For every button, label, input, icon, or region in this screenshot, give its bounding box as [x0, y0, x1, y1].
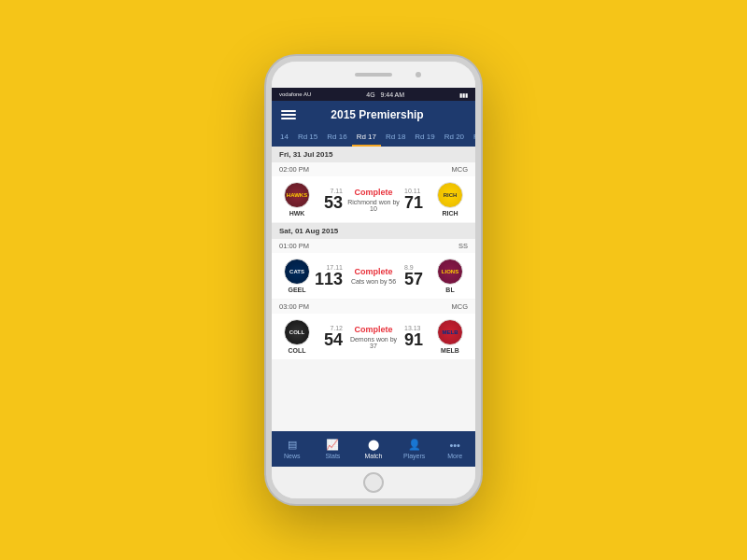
richmond-name: RICH	[442, 210, 458, 217]
match-center-3: Complete Demons won by 37	[343, 325, 404, 349]
team-hwk: HAWKS HWK	[279, 182, 315, 217]
melbourne-score-main: 91	[404, 331, 423, 348]
geelong-name: GEEL	[288, 287, 305, 293]
nav-players-label: Players	[403, 453, 425, 459]
match-time-row-1: 02:00 PM MCG	[272, 162, 475, 176]
brisbane-score-block: 8.9 57	[404, 264, 432, 287]
geelong-score-block: 17.11 113	[315, 264, 343, 287]
nav-more-label: More	[447, 453, 462, 459]
match-time-row-2: 01:00 PM SS	[272, 239, 475, 253]
match-center-2: Complete Cats won by 56	[343, 267, 404, 285]
richmond-logo: RICH	[437, 182, 463, 208]
hawks-score-main: 53	[324, 194, 343, 211]
round-tab-20[interactable]: Rd 20	[440, 129, 469, 147]
nav-stats-label: Stats	[325, 453, 340, 459]
match-body-3: COLL COLL 7.12 54 Complete Demons won by…	[272, 314, 475, 359]
melbourne-logo: MELB	[437, 319, 463, 345]
nav-match-label: Match	[364, 453, 382, 459]
geelong-logo: CATS	[284, 259, 310, 285]
match-time-3: 03:00 PM	[279, 302, 309, 311]
team-geel: CATS GEEL	[279, 259, 315, 293]
phone-bottom-bezel	[272, 467, 475, 498]
match-card-3[interactable]: 03:00 PM MCG COLL COLL 7.12 54	[272, 300, 475, 359]
match-center-1: Complete Richmond won by 10	[343, 188, 404, 212]
nav-match[interactable]: ⬤ Match	[353, 431, 394, 467]
rounds-bar[interactable]: 14 Rd 15 Rd 16 Rd 17 Rd 18 Rd 19 Rd 20 R…	[272, 129, 475, 147]
hawks-logo: HAWKS	[284, 182, 310, 208]
match-body-2: CATS GEEL 17.11 113 Complete Cats won by…	[272, 253, 475, 299]
richmond-score-main: 71	[404, 194, 423, 211]
team-coll: COLL COLL	[279, 319, 315, 354]
app-header: 2015 Premiership	[272, 101, 475, 129]
battery-icon: ▮▮▮	[459, 91, 468, 98]
round-tab-19[interactable]: Rd 19	[410, 129, 439, 147]
more-icon: •••	[449, 440, 460, 451]
complete-label-1: Complete	[354, 188, 392, 197]
nav-stats[interactable]: 📈 Stats	[313, 431, 354, 467]
match-icon: ⬤	[368, 439, 379, 451]
team-melb: MELB MELB	[432, 319, 468, 354]
nav-news-label: News	[284, 453, 301, 459]
result-text-2: Cats won by 56	[351, 278, 396, 285]
round-tab-17[interactable]: Rd 17	[352, 129, 381, 147]
round-tab-15[interactable]: Rd 15	[293, 129, 322, 147]
brisbane-score-main: 57	[404, 271, 423, 287]
date-fri: Fri, 31 Jul 2015	[272, 147, 475, 162]
richmond-score-block: 10.11 71	[404, 188, 432, 211]
time-text: 9:44 AM	[380, 91, 404, 98]
status-bar: vodafone AU 4G 9:44 AM ▮▮▮	[272, 88, 475, 101]
melbourne-name: MELB	[441, 347, 459, 354]
match-time-1: 02:00 PM	[279, 165, 309, 174]
match-time-2: 01:00 PM	[279, 242, 309, 250]
match-card-2[interactable]: 01:00 PM SS CATS GEEL 17.11 113	[272, 239, 475, 299]
nav-news[interactable]: ▤ News	[272, 431, 313, 467]
phone-shell: vodafone AU 4G 9:44 AM ▮▮▮ 2015 Premiers…	[266, 56, 481, 504]
phone-camera	[416, 72, 421, 77]
home-button[interactable]	[363, 472, 384, 493]
match-card-1[interactable]: 02:00 PM MCG HAWKS HWK 7.11 53	[272, 162, 475, 222]
match-time-row-3: 03:00 PM MCG	[272, 300, 475, 314]
complete-label-2: Complete	[354, 267, 392, 276]
match-venue-3: MCG	[452, 302, 469, 311]
news-icon: ▤	[288, 439, 297, 451]
round-tab-14[interactable]: 14	[275, 129, 293, 147]
bottom-nav: ▤ News 📈 Stats ⬤ Match 👤 Players ••• Mor…	[272, 431, 475, 467]
phone-screen: vodafone AU 4G 9:44 AM ▮▮▮ 2015 Premiers…	[272, 88, 475, 467]
phone-top-bezel	[272, 62, 475, 88]
collingwood-score-block: 7.12 54	[315, 325, 343, 348]
hawks-score-block: 7.11 53	[315, 188, 343, 211]
match-venue-1: MCG	[452, 165, 469, 174]
team-bl: LIONS BL	[432, 259, 468, 293]
match-body-1: HAWKS HWK 7.11 53 Complete Richmond won …	[272, 176, 475, 222]
players-icon: 👤	[408, 439, 421, 451]
geelong-score-main: 113	[315, 271, 343, 287]
date-sat: Sat, 01 Aug 2015	[272, 223, 475, 239]
stats-icon: 📈	[326, 439, 339, 451]
result-text-3: Demons won by 37	[346, 336, 401, 349]
calendar-icon	[281, 108, 296, 121]
hawks-name: HWK	[289, 210, 305, 217]
match-venue-2: SS	[458, 242, 468, 250]
carrier-text: vodafone AU	[279, 91, 311, 97]
brisbane-logo: LIONS	[437, 259, 463, 285]
matches-content: Fri, 31 Jul 2015 02:00 PM MCG HAWKS HWK …	[272, 147, 475, 431]
melbourne-score-block: 13.13 91	[404, 325, 432, 348]
nav-players[interactable]: 👤 Players	[394, 431, 435, 467]
phone-speaker	[355, 73, 392, 77]
round-tab-16[interactable]: Rd 16	[322, 129, 351, 147]
round-tab-18[interactable]: Rd 18	[381, 129, 410, 147]
result-text-1: Richmond won by 10	[346, 199, 401, 212]
brisbane-name: BL	[445, 287, 454, 293]
network-text: 4G	[366, 91, 374, 98]
status-center: 4G 9:44 AM	[366, 91, 404, 98]
complete-label-3: Complete	[354, 325, 392, 334]
collingwood-score-main: 54	[324, 331, 343, 348]
collingwood-name: COLL	[288, 347, 305, 354]
header-title: 2015 Premiership	[303, 108, 451, 121]
round-tab-21[interactable]: Rd 21	[469, 129, 475, 147]
collingwood-logo: COLL	[284, 319, 310, 345]
nav-more[interactable]: ••• More	[434, 431, 475, 467]
team-rich: RICH RICH	[432, 182, 468, 217]
